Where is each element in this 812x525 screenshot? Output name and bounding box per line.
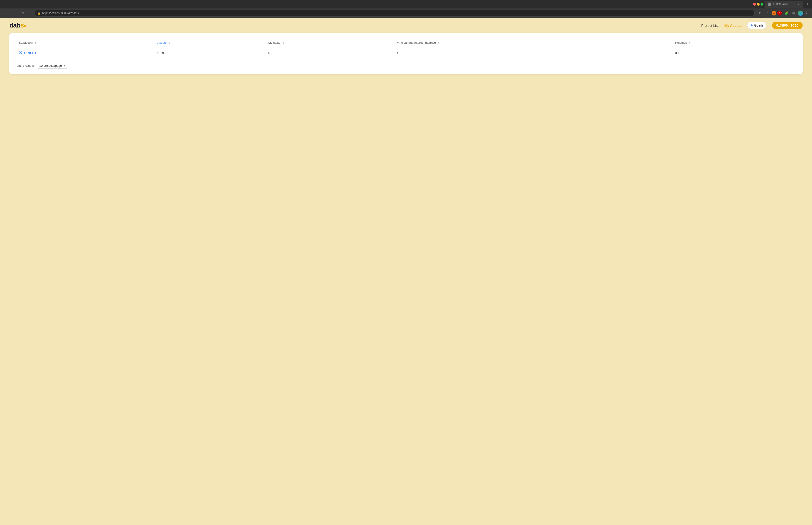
nav-project-list[interactable]: Project List — [701, 24, 719, 28]
row-my-stake-cell: 0 — [264, 47, 392, 59]
total-assets-label: Total 1 Assets — [15, 64, 34, 68]
app-header: dabs Project List My Assets Goerli 0x3B0… — [0, 18, 812, 33]
app-wrapper: dabs Project List My Assets Goerli 0x3B0… — [0, 18, 812, 525]
browser-tab[interactable]: DABS Web × — [765, 1, 803, 8]
sort-icon-assets: ⇅ — [168, 42, 170, 44]
grid-icon[interactable]: ⊞ — [791, 10, 797, 16]
row-holdings-cell: 0.18 — [671, 47, 797, 59]
url-text: http://localhost:3000/#/assets — [42, 12, 752, 15]
forward-button[interactable]: → — [11, 10, 18, 16]
col-assets[interactable]: Assets ⇅ — [154, 39, 264, 47]
col-stablecoin-label: Stablecoin — [19, 41, 33, 44]
browser-chrome: DABS Web × + ← → ↻ ⌂ 🔒 http://localhost:… — [0, 0, 812, 18]
browser-menu-button[interactable]: ⋮ — [804, 11, 809, 16]
col-holdings[interactable]: Holdings ⇅ — [671, 39, 797, 47]
tab-favicon — [768, 3, 771, 6]
window-controls — [753, 3, 763, 6]
row-assets-cell: 0.18 — [154, 47, 264, 59]
assets-table: Stablecoin ⇅ Assets ⇅ My stake ⇅ Princ — [15, 39, 797, 59]
tab-title: DABS Web — [773, 3, 794, 6]
table-header: Stablecoin ⇅ Assets ⇅ My stake ⇅ Princ — [15, 39, 797, 47]
extension-icon-red[interactable]: R — [777, 11, 782, 15]
row-stablecoin-cell: ✕ U-NEST — [15, 47, 154, 59]
sort-icon-principal-interest: ⇅ — [438, 42, 440, 44]
coin-name[interactable]: U-NEST — [24, 51, 36, 55]
refresh-button[interactable]: ↻ — [20, 10, 26, 16]
per-page-label: 10 projects/page — [39, 64, 62, 68]
row-principal-interest-cell: 0 — [392, 47, 671, 59]
col-stablecoin[interactable]: Stablecoin ⇅ — [15, 39, 154, 47]
sort-icon-holdings: ⇅ — [689, 42, 691, 44]
sort-icon-my-stake: ⇅ — [282, 42, 284, 44]
share-icon[interactable]: ⬆ — [756, 10, 763, 16]
metamask-extension-icon[interactable]: 🦊 — [771, 11, 776, 15]
col-assets-label: Assets — [157, 41, 167, 44]
profile-avatar[interactable] — [798, 11, 803, 16]
app-logo: dabs — [10, 21, 26, 29]
table-row: ✕ U-NEST 0.18 0 0 0.18 — [15, 47, 797, 59]
col-holdings-label: Holdings — [675, 41, 687, 44]
col-my-stake[interactable]: My stake ⇅ — [264, 39, 392, 47]
col-my-stake-label: My stake — [268, 41, 280, 44]
col-principal-interest-label: Principal and interest balance — [396, 41, 436, 44]
col-principal-interest[interactable]: Principal and interest balance ⇅ — [392, 39, 671, 47]
network-dot-icon — [751, 25, 753, 26]
nav-my-assets[interactable]: My Assets — [724, 24, 742, 28]
win-close-btn[interactable] — [753, 3, 756, 6]
table-body: ✕ U-NEST 0.18 0 0 0.18 — [15, 47, 797, 59]
bookmark-icon[interactable]: ☆ — [764, 10, 771, 16]
wallet-button[interactable]: 0x3B00...1C10 — [772, 21, 802, 29]
main-nav: Project List My Assets Goerli 0x3B00...1… — [701, 21, 802, 29]
per-page-select[interactable]: 10 projects/page ▼ — [37, 63, 68, 69]
puzzle-icon[interactable]: 🧩 — [783, 10, 790, 16]
win-max-btn[interactable] — [761, 3, 763, 6]
table-header-row: Stablecoin ⇅ Assets ⇅ My stake ⇅ Princ — [15, 39, 797, 47]
network-button[interactable]: Goerli — [747, 22, 766, 29]
toolbar-icons: ⬆ ☆ 🦊 R 🧩 ⊞ ⋮ — [756, 10, 809, 16]
tab-close-button[interactable]: × — [796, 2, 800, 6]
win-min-btn[interactable] — [757, 3, 760, 6]
browser-titlebar: DABS Web × + — [0, 0, 812, 9]
unest-icon: ✕ — [19, 50, 22, 56]
network-label: Goerli — [754, 24, 763, 27]
back-button[interactable]: ← — [3, 10, 10, 16]
select-arrow-icon: ▼ — [63, 64, 65, 67]
main-content: Stablecoin ⇅ Assets ⇅ My stake ⇅ Princ — [0, 33, 812, 84]
sort-icon-stablecoin: ⇅ — [35, 42, 37, 44]
assets-table-container: Stablecoin ⇅ Assets ⇅ My stake ⇅ Princ — [10, 33, 802, 74]
new-tab-button[interactable]: + — [805, 2, 810, 7]
table-footer: Total 1 Assets 10 projects/page ▼ — [15, 59, 797, 69]
browser-toolbar: ← → ↻ ⌂ 🔒 http://localhost:3000/#/assets… — [0, 9, 812, 18]
lock-icon: 🔒 — [37, 12, 41, 15]
coin-cell: ✕ U-NEST — [19, 50, 150, 56]
home-button[interactable]: ⌂ — [28, 10, 33, 16]
address-bar[interactable]: 🔒 http://localhost:3000/#/assets — [34, 10, 755, 16]
